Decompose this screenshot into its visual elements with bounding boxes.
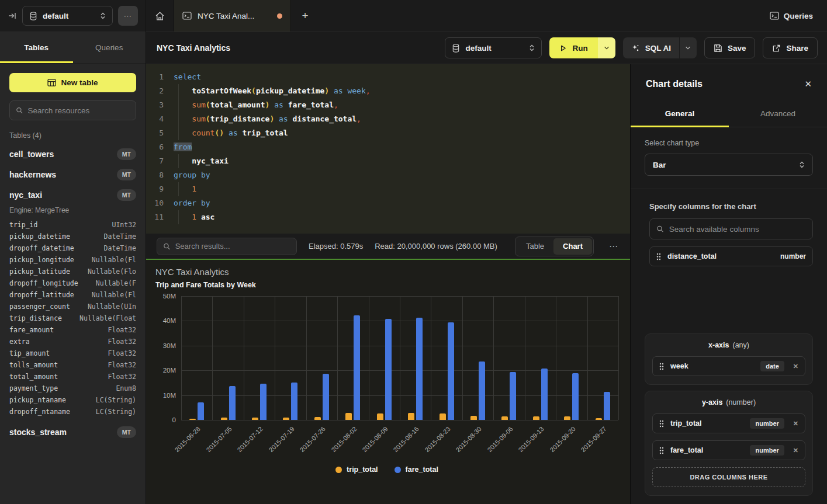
- query-tab[interactable]: NYC Taxi Anal...: [174, 0, 291, 32]
- save-button[interactable]: Save: [704, 37, 756, 58]
- bar-fare_total: [541, 369, 548, 420]
- legend-dot-trip_total: [335, 467, 342, 473]
- sidebar-more-button[interactable]: ⋯: [118, 6, 138, 26]
- remove-column-icon[interactable]: ✕: [793, 447, 798, 454]
- column-chip-fare_total[interactable]: fare_totalnumber✕: [652, 440, 805, 460]
- results-search[interactable]: [157, 238, 297, 255]
- sql-ai-button[interactable]: SQL AI: [623, 37, 679, 58]
- code-line[interactable]: 1select: [151, 70, 630, 84]
- collapse-sidebar-icon: [8, 11, 17, 20]
- column-name: tolls_amount: [9, 359, 58, 371]
- view-chart-button[interactable]: Chart: [553, 238, 592, 255]
- run-options-button[interactable]: [598, 37, 615, 58]
- queries-button[interactable]: Queries: [770, 0, 813, 32]
- chart-legend: trip_totalfare_total: [155, 465, 618, 481]
- table-engine-badge: MT: [117, 189, 136, 201]
- sql-editor[interactable]: 1select2 toStartOfWeek(pickup_datetime) …: [146, 64, 630, 234]
- table-engine-badge: MT: [117, 169, 136, 180]
- query-title: NYC Taxi Analytics: [157, 43, 230, 53]
- code-line[interactable]: 10order by: [151, 196, 630, 210]
- x-axis-tick: 2015-08-09: [369, 420, 400, 464]
- legend-item[interactable]: trip_total: [335, 465, 378, 474]
- column-chip-distance_total[interactable]: distance_totalnumber: [649, 246, 813, 266]
- code-line[interactable]: 3 sum(total_amount) as fare_total,: [151, 98, 630, 112]
- drag-handle-icon[interactable]: [659, 420, 664, 427]
- drag-columns-drop-zone[interactable]: DRAG COLUMNS HERE: [652, 467, 805, 487]
- chart-details-header: Chart details ✕: [631, 64, 827, 102]
- close-panel-icon[interactable]: ✕: [804, 79, 812, 89]
- x-axis-items: weekdate✕: [652, 356, 805, 376]
- column-type: Float32: [108, 371, 136, 383]
- new-table-button[interactable]: New table: [9, 73, 136, 92]
- table-name: nyc_taxi: [9, 190, 42, 200]
- line-number: 10: [151, 196, 164, 210]
- database-selector[interactable]: default: [22, 6, 113, 26]
- code-line[interactable]: 9 1: [151, 182, 630, 196]
- column-name: pickup_latitude: [9, 266, 70, 277]
- tab-tables[interactable]: Tables: [0, 32, 73, 63]
- drag-handle-icon[interactable]: [659, 447, 664, 454]
- bar-group: [525, 296, 556, 420]
- column-type-badge: date: [760, 361, 784, 371]
- code-line[interactable]: 5 count() as trip_total: [151, 126, 630, 140]
- table-row[interactable]: cell_towersMT: [9, 148, 136, 160]
- table-column-row: payment_typeEnum8: [9, 383, 136, 394]
- code-line[interactable]: 8group by: [151, 168, 630, 182]
- share-label: Share: [786, 44, 808, 53]
- bar-groups: [181, 296, 618, 420]
- code-line[interactable]: 6from: [151, 140, 630, 154]
- tab-queries[interactable]: Queries: [73, 32, 146, 63]
- columns-search-input[interactable]: [669, 225, 806, 234]
- column-name: pickup_longitude: [9, 254, 74, 266]
- code-text: 1 asc: [174, 213, 214, 221]
- share-button[interactable]: Share: [763, 37, 818, 58]
- table-icon: [47, 79, 56, 86]
- sql-ai-options-button[interactable]: [679, 37, 697, 58]
- drag-handle-icon[interactable]: [659, 363, 664, 370]
- save-icon: [714, 44, 722, 53]
- sidebar-collapse-button[interactable]: [8, 11, 17, 20]
- results-search-input[interactable]: [175, 242, 290, 251]
- columns-search[interactable]: [649, 218, 813, 239]
- run-button[interactable]: Run: [549, 37, 597, 58]
- content-row: 1select2 toStartOfWeek(pickup_datetime) …: [146, 64, 827, 504]
- code-line[interactable]: 7 nyc_taxi: [151, 154, 630, 168]
- drag-handle-icon[interactable]: [656, 253, 661, 260]
- new-tab-button[interactable]: +: [291, 0, 319, 32]
- table-row[interactable]: nyc_taxiMT: [9, 189, 136, 201]
- sidebar-tabs: Tables Queries: [0, 32, 146, 64]
- resource-search-input[interactable]: [28, 106, 130, 115]
- chart-type-selector[interactable]: Bar: [645, 154, 813, 176]
- view-table-button[interactable]: Table: [517, 238, 553, 255]
- results-more-button[interactable]: ⋯: [605, 241, 622, 252]
- bar-fare_total: [323, 374, 329, 420]
- tab-advanced[interactable]: Advanced: [729, 102, 827, 127]
- sidebar: default ⋯ Tables Queries New table Table…: [0, 0, 146, 504]
- search-icon: [656, 225, 664, 233]
- code-line[interactable]: 2 toStartOfWeek(pickup_datetime) as week…: [151, 84, 630, 98]
- table-row[interactable]: stocks_streamMT: [9, 426, 136, 438]
- bar-chart: 50M40M30M20M10M0 2015-06-282015-07-05201…: [155, 296, 618, 464]
- remove-column-icon[interactable]: ✕: [793, 420, 798, 427]
- code-line[interactable]: 4 sum(trip_distance) as distance_total,: [151, 112, 630, 126]
- y-axis-tick: 50M: [163, 293, 176, 300]
- legend-item[interactable]: fare_total: [395, 465, 438, 474]
- column-chip-week[interactable]: weekdate✕: [652, 356, 805, 376]
- code-text: sum(trip_distance) as distance_total,: [174, 114, 361, 123]
- column-chip-trip_total[interactable]: trip_totalnumber✕: [652, 413, 805, 433]
- remove-column-icon[interactable]: ✕: [793, 363, 798, 370]
- column-name: extra: [9, 336, 30, 347]
- column-type: Nullable(Float: [79, 312, 136, 324]
- table-row[interactable]: hackernewsMT: [9, 169, 136, 180]
- tab-general[interactable]: General: [631, 102, 729, 127]
- column-chip-name: fare_total: [670, 446, 703, 454]
- bar-group: [337, 296, 368, 420]
- x-axis-tick: 2015-07-19: [275, 420, 306, 464]
- resource-search[interactable]: [9, 100, 136, 120]
- query-database-selector[interactable]: default: [445, 37, 542, 58]
- code-line[interactable]: 11 1 asc: [151, 210, 630, 224]
- bar-fare_total: [510, 372, 516, 420]
- sql-ai-label: SQL AI: [645, 44, 671, 53]
- home-button[interactable]: [146, 0, 174, 32]
- column-name: pickup_ntaname: [9, 394, 66, 406]
